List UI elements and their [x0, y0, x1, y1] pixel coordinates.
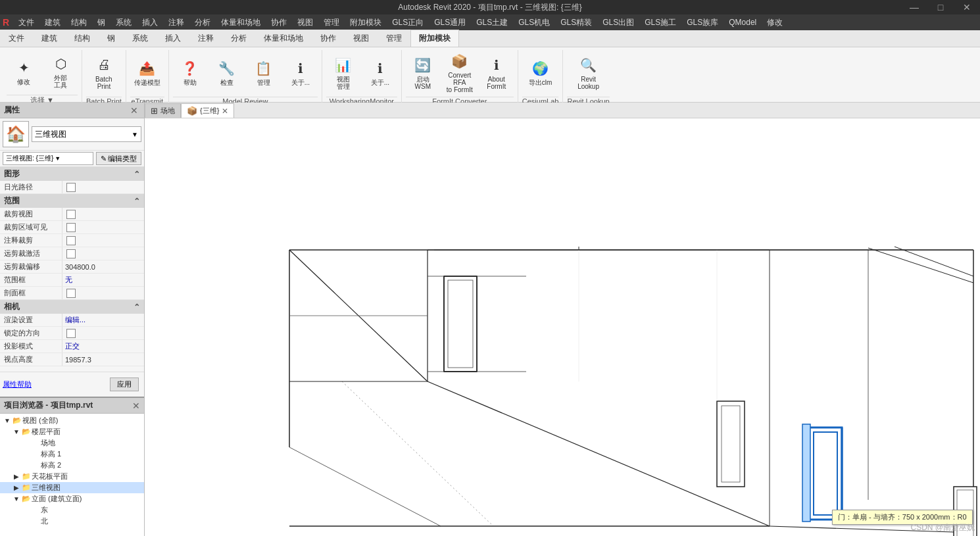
- menu-item-GLS精装[interactable]: GLS精装: [555, 16, 597, 28]
- ribbon-btn-关于...[interactable]: ℹ关于...: [363, 57, 397, 88]
- browser-tree-item[interactable]: 场地: [0, 437, 144, 449]
- minimize-button[interactable]: —: [901, 0, 927, 14]
- viewport-tab-场地[interactable]: ⊞场地: [145, 103, 181, 118]
- view-select-dropdown[interactable]: 三维视图: {三维} ▼: [3, 152, 93, 165]
- tree-expand-arrow-icon: ▶: [12, 473, 21, 480]
- browser-tree-item[interactable]: ▶📁天花板平面: [0, 471, 144, 482]
- browser-tree-item[interactable]: ▼📂立面 (建筑立面): [0, 493, 144, 504]
- tree-expand-arrow-icon: ▼: [12, 495, 21, 502]
- ribbon-btn-启动WSM[interactable]: 🔄启动 WSM: [406, 54, 440, 92]
- ribbon-btn-关于...[interactable]: ℹ关于...: [283, 57, 318, 88]
- browser-tree-item[interactable]: 标高 1: [0, 449, 144, 460]
- menu-item-建筑[interactable]: 建筑: [39, 16, 66, 28]
- props-checkbox[interactable]: [66, 210, 76, 219]
- browser-tree-item[interactable]: ▶📁三维视图: [0, 482, 144, 493]
- ribbon-tab-注释[interactable]: 注释: [189, 30, 222, 47]
- ribbon-tab-系统[interactable]: 系统: [124, 30, 157, 47]
- props-checkbox[interactable]: [66, 329, 76, 338]
- props-checkbox[interactable]: [66, 223, 76, 232]
- properties-type-selector: 🏠 三维视图 ▼: [0, 118, 144, 151]
- ribbon-group-FormItConverter: 🔄启动 WSM📦Convert RFAto FormItℹAbout FormI…: [402, 50, 518, 107]
- menu-item-钢[interactable]: 钢: [92, 16, 110, 28]
- ribbon-tab-结构[interactable]: 结构: [66, 30, 99, 47]
- ribbon-tab-钢[interactable]: 钢: [99, 30, 124, 47]
- props-checkbox[interactable]: [66, 183, 76, 192]
- type-dropdown[interactable]: 三维视图 ▼: [32, 126, 141, 142]
- menu-item-系统[interactable]: 系统: [110, 16, 137, 28]
- viewport-tab-{三维}[interactable]: 📦{三维}✕: [181, 103, 234, 118]
- properties-apply-button[interactable]: 应用: [110, 378, 139, 391]
- props-row: 剖面框: [0, 287, 144, 300]
- menu-item-插入[interactable]: 插入: [137, 16, 163, 28]
- menu-item-文件[interactable]: 文件: [13, 16, 39, 28]
- ribbon-btn-视图管理[interactable]: 📊视图管理: [326, 54, 360, 92]
- browser-tree-item[interactable]: ▼📂视图 (全部): [0, 415, 144, 426]
- menu-item-QModel[interactable]: QModel: [723, 16, 762, 28]
- ribbon-btn-icon: ⬡: [51, 55, 70, 73]
- browser-tree-item[interactable]: ▼📂楼层平面: [0, 426, 144, 437]
- ribbon-btn-导出clm[interactable]: 🌍导出clm: [524, 57, 558, 88]
- close-button[interactable]: ✕: [954, 0, 980, 14]
- ribbon-btn-AboutFormIt[interactable]: ℹAbout FormIt: [479, 54, 514, 92]
- ribbon-tab-建筑[interactable]: 建筑: [33, 30, 66, 47]
- menu-item-GLS机电[interactable]: GLS机电: [513, 16, 555, 28]
- ribbon-group-RevitLookup: 🔍Revit LookupRevit Lookup: [563, 50, 613, 107]
- menu-item-结构[interactable]: 结构: [66, 16, 92, 28]
- ribbon-btn-ConvertRFAtoFormIt[interactable]: 📦Convert RFAto FormIt: [443, 50, 477, 95]
- 3d-drawing: [145, 118, 980, 536]
- ribbon-tab-协作[interactable]: 协作: [312, 30, 345, 47]
- browser-close-button[interactable]: ✕: [132, 401, 140, 411]
- menu-item-GLS土建[interactable]: GLS土建: [471, 16, 513, 28]
- properties-close-button[interactable]: ✕: [128, 105, 140, 116]
- ribbon-btn-外部工具[interactable]: ⬡外部工具: [43, 53, 78, 91]
- menu-item-附加模块[interactable]: 附加模块: [345, 16, 387, 28]
- browser-tree-item[interactable]: 标高 2: [0, 460, 144, 471]
- props-value[interactable]: [62, 181, 144, 193]
- menu-item-注释[interactable]: 注释: [163, 16, 189, 28]
- props-section-范围[interactable]: 范围⌃: [0, 194, 144, 208]
- ribbon-btn-传递模型[interactable]: 📤传递模型: [130, 57, 164, 88]
- ribbon-tab-体量和场地[interactable]: 体量和场地: [255, 30, 312, 47]
- browser-tree-item[interactable]: 东: [0, 504, 144, 516]
- viewport-tab-close-button[interactable]: ✕: [222, 107, 228, 115]
- maximize-button[interactable]: □: [927, 0, 954, 14]
- props-value[interactable]: [62, 208, 144, 220]
- menu-item-GLS施工[interactable]: GLS施工: [639, 16, 681, 28]
- props-value[interactable]: [62, 247, 144, 260]
- ribbon-tab-视图[interactable]: 视图: [345, 30, 378, 47]
- menu-item-协作[interactable]: 协作: [266, 16, 292, 28]
- props-checkbox[interactable]: [66, 236, 76, 245]
- ribbon-group-eTransmit: 📤传递模型eTransmit: [126, 50, 169, 107]
- menu-item-管理[interactable]: 管理: [318, 16, 345, 28]
- ribbon-btn-帮助[interactable]: ❓帮助: [173, 57, 207, 88]
- ribbon-btn-BatchPrint[interactable]: 🖨Batch Print: [87, 54, 121, 92]
- props-value[interactable]: [62, 287, 144, 299]
- ribbon-btn-检查[interactable]: 🔧检查: [210, 57, 244, 88]
- props-checkbox[interactable]: [66, 289, 76, 298]
- props-value[interactable]: [62, 234, 144, 247]
- menu-item-GLS正向[interactable]: GLS正向: [387, 16, 429, 28]
- properties-help-link[interactable]: 属性帮助: [3, 379, 32, 389]
- menu-item-GLS族库[interactable]: GLS族库: [681, 16, 723, 28]
- ribbon-btn-修改[interactable]: ✦修改: [7, 57, 41, 87]
- menu-item-GLS出图[interactable]: GLS出图: [597, 16, 639, 28]
- props-value[interactable]: [62, 327, 144, 339]
- props-section-相机[interactable]: 相机⌃: [0, 300, 144, 314]
- menu-item-分析[interactable]: 分析: [189, 16, 216, 28]
- ribbon-tab-附加模块[interactable]: 附加模块: [410, 30, 459, 47]
- menu-item-体量和场地[interactable]: 体量和场地: [216, 16, 266, 28]
- ribbon-btn-RevitLookup[interactable]: 🔍Revit Lookup: [572, 54, 606, 92]
- menu-item-修改[interactable]: 修改: [762, 16, 788, 28]
- ribbon-tab-分析[interactable]: 分析: [222, 30, 255, 47]
- browser-tree-item[interactable]: 北: [0, 516, 144, 527]
- ribbon-tab-文件[interactable]: 文件: [0, 30, 33, 47]
- edit-type-button[interactable]: ✎ 编辑类型: [96, 152, 141, 165]
- props-section-图形[interactable]: 图形⌃: [0, 167, 144, 181]
- menu-item-视图[interactable]: 视图: [292, 16, 318, 28]
- props-checkbox[interactable]: [66, 249, 76, 258]
- ribbon-tab-管理[interactable]: 管理: [378, 30, 410, 47]
- ribbon-btn-管理[interactable]: 📋管理: [247, 57, 281, 88]
- menu-item-GLS通用[interactable]: GLS通用: [429, 16, 471, 28]
- props-value[interactable]: [62, 221, 144, 233]
- ribbon-tab-插入[interactable]: 插入: [157, 30, 189, 47]
